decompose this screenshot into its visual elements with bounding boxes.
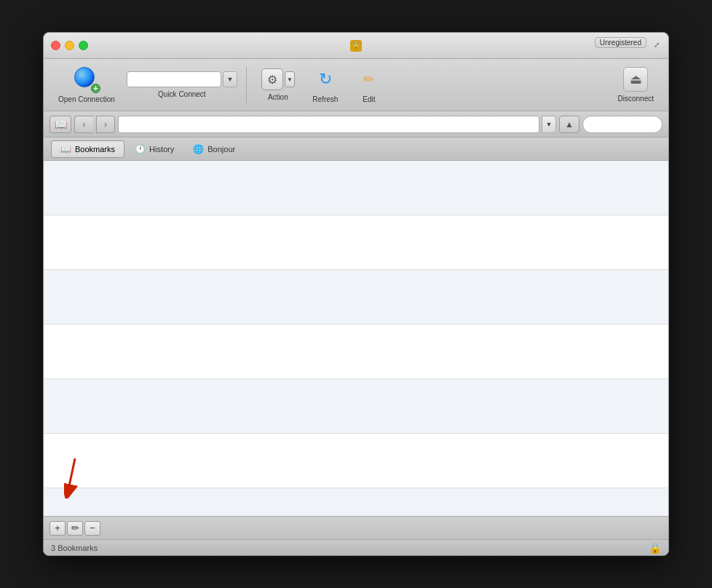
forward-button[interactable]: › <box>96 116 115 133</box>
list-item <box>44 270 668 325</box>
action-dropdown: ⚙ ▼ <box>261 68 295 90</box>
tabs-bar: 📖 Bookmarks 🕐 History 🌐 Bonjour <box>44 138 668 161</box>
open-connection-button[interactable]: + Open Connection <box>52 63 121 106</box>
list-item <box>44 325 668 379</box>
history-tab-label: History <box>149 145 174 154</box>
bookmark-nav-button[interactable]: 📖 <box>50 116 71 133</box>
bonjour-tab-label: Bonjour <box>207 145 235 154</box>
action-label: Action <box>268 93 288 101</box>
add-bookmark-button[interactable]: + <box>50 521 66 536</box>
edit-bookmark-button[interactable]: ✏ <box>67 521 83 536</box>
navbar: 📖 ‹ › ▼ ▲ <box>44 111 668 138</box>
minimize-button[interactable] <box>65 41 74 50</box>
edit-icon: ✏ <box>356 66 382 92</box>
titlebar: 🔒 Unregistered ⤢ <box>44 33 668 59</box>
up-button[interactable]: ▲ <box>559 116 580 133</box>
list-item <box>44 434 668 488</box>
bookmark-list <box>44 161 668 516</box>
list-item <box>44 488 668 516</box>
status-text: 3 Bookmarks <box>51 544 648 552</box>
lock-icon: 🔒 <box>648 541 661 555</box>
disconnect-button[interactable]: ⏏ Disconnect <box>612 64 660 106</box>
quick-connect-input[interactable] <box>127 71 221 87</box>
tab-bookmarks[interactable]: 📖 Bookmarks <box>51 140 124 158</box>
resize-button[interactable]: ⤢ <box>651 39 662 50</box>
path-dropdown-button[interactable]: ▼ <box>542 116 556 133</box>
edit-button[interactable]: ✏ Edit <box>350 63 388 106</box>
bookmarks-tab-icon: 📖 <box>60 144 71 154</box>
title-center: 🔒 <box>350 40 362 52</box>
edit-label: Edit <box>363 95 375 103</box>
open-connection-label: Open Connection <box>58 95 115 103</box>
open-connection-icon: + <box>74 66 100 92</box>
globe-icon <box>74 67 95 87</box>
back-button[interactable]: ‹ <box>74 116 93 133</box>
search-input[interactable] <box>582 116 662 133</box>
toolbar: + Open Connection ▼ Quick Connect ⚙ ▼ Ac… <box>44 59 668 111</box>
quick-connect-area: ▼ Quick Connect <box>127 71 237 98</box>
list-item <box>44 161 668 215</box>
bonjour-tab-icon: 🌐 <box>193 144 204 154</box>
path-input[interactable] <box>118 116 539 133</box>
tab-history[interactable]: 🕐 History <box>126 140 183 158</box>
history-tab-icon: 🕐 <box>135 144 146 154</box>
content-area <box>44 161 668 516</box>
refresh-icon: ↻ <box>312 66 339 92</box>
action-icon: ⚙ <box>261 68 283 90</box>
disconnect-icon: ⏏ <box>623 67 648 92</box>
bottom-toolbar: + ✏ − <box>44 516 668 539</box>
quick-connect-label: Quick Connect <box>158 90 206 98</box>
refresh-label: Refresh <box>312 95 338 103</box>
main-window: 🔒 Unregistered ⤢ + Open Connection ▼ Qui… <box>43 32 669 556</box>
maximize-button[interactable] <box>79 41 88 50</box>
remove-bookmark-button[interactable]: − <box>84 521 100 536</box>
refresh-button[interactable]: ↻ Refresh <box>306 63 344 106</box>
close-button[interactable] <box>51 41 60 50</box>
traffic-lights <box>51 41 88 50</box>
title-icon: 🔒 <box>350 40 362 52</box>
unregistered-badge: Unregistered <box>595 37 646 48</box>
tab-bonjour[interactable]: 🌐 Bonjour <box>184 140 244 158</box>
action-button[interactable]: ⚙ ▼ Action <box>256 65 301 104</box>
disconnect-label: Disconnect <box>618 95 654 103</box>
list-item <box>44 215 668 270</box>
status-bar: 3 Bookmarks 🔒 <box>44 539 668 555</box>
action-caret[interactable]: ▼ <box>285 71 295 87</box>
bookmarks-tab-label: Bookmarks <box>75 145 115 154</box>
toolbar-separator-1 <box>246 67 247 103</box>
list-item <box>44 379 668 434</box>
quick-connect-dropdown[interactable]: ▼ <box>223 71 237 87</box>
globe-plus-icon: + <box>91 84 100 93</box>
quick-connect-input-row: ▼ <box>127 71 237 87</box>
